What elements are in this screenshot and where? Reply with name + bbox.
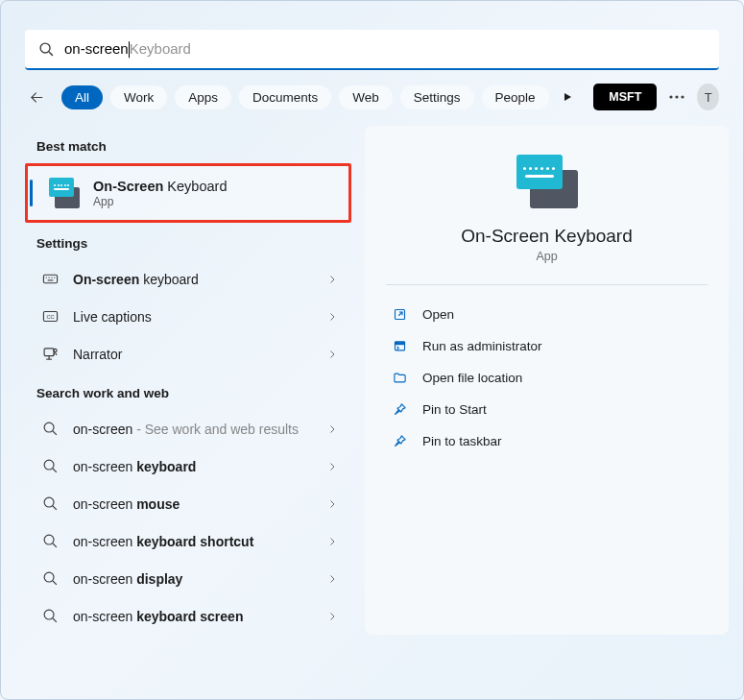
narrator-icon [40,346,60,362]
web-result-item[interactable]: on-screen display [25,560,351,597]
preview-subtitle: App [386,250,708,263]
result-label: On-screen keyboard [73,272,313,287]
svg-rect-7 [43,275,57,283]
on-screen-keyboard-icon [49,178,80,208]
settings-result-item[interactable]: Narrator [25,335,351,373]
filter-pill-work[interactable]: Work [110,85,167,109]
svg-point-27 [44,572,54,582]
folder-icon [392,371,407,385]
action-label: Open [422,307,454,322]
search-icon [40,533,60,549]
result-label: Narrator [73,347,313,362]
chevron-right-icon [326,573,338,585]
web-result-item[interactable]: on-screen mouse [25,485,351,522]
svg-line-1 [49,51,53,55]
result-label: on-screen - See work and web results [73,422,313,437]
chevron-right-icon [326,423,338,435]
svg-line-26 [52,543,56,547]
result-label: on-screen mouse [73,496,313,512]
filter-pill-web[interactable]: Web [339,85,393,109]
results-column: Best match On-Screen Keyboard App Settin… [25,126,351,635]
best-match-result[interactable]: On-Screen Keyboard App [25,163,351,223]
svg-point-4 [670,95,673,98]
account-button[interactable]: MSFT [593,84,657,110]
keyboard-icon [40,271,60,287]
settings-result-item[interactable]: CCLive captions [25,298,351,335]
more-filters-button[interactable] [557,84,579,110]
result-label: on-screen keyboard [73,459,313,474]
section-header-settings: Settings [25,223,351,260]
svg-line-24 [52,506,56,510]
triangle-right-icon [562,91,573,103]
chevron-right-icon [326,536,338,547]
filter-pill-settings[interactable]: Settings [400,85,474,109]
filter-pill-all[interactable]: All [61,85,103,109]
result-label: Live captions [73,309,313,325]
search-bar[interactable]: on-screenKeyboard [25,30,719,70]
search-icon [40,458,60,474]
filter-pill-apps[interactable]: Apps [175,85,231,109]
web-result-item[interactable]: on-screen - See work and web results [25,410,351,447]
section-header-best-match: Best match [25,126,351,163]
best-match-subtitle: App [93,195,227,208]
web-result-item[interactable]: on-screen keyboard [25,447,351,485]
svg-point-0 [40,43,50,53]
search-icon [40,495,60,512]
search-input[interactable] [64,40,247,57]
svg-line-28 [52,581,56,585]
search-icon [40,608,60,624]
filter-pill-people[interactable]: People [482,85,549,109]
preview-pane: On-Screen Keyboard App OpenRun as admini… [365,126,729,635]
back-button[interactable] [25,82,50,112]
cc-icon: CC [40,308,60,325]
preview-title: On-Screen Keyboard [386,226,708,247]
action-label: Open file location [422,371,522,385]
arrow-left-icon [29,89,45,106]
svg-point-18 [53,349,56,351]
filter-row: AllWorkAppsDocumentsWebSettingsPeople MS… [1,82,743,112]
svg-point-23 [44,497,54,507]
svg-text:CC: CC [46,314,54,320]
svg-line-30 [52,618,56,622]
svg-line-20 [52,431,56,435]
pin-icon [392,434,407,448]
svg-marker-3 [564,93,571,101]
admin-icon [392,339,407,353]
action-run-as-administrator[interactable]: Run as administrator [386,330,708,362]
action-open[interactable]: Open [386,299,708,330]
result-label: on-screen display [73,571,313,587]
web-result-item[interactable]: on-screen keyboard screen [25,597,351,635]
avatar[interactable]: T [697,84,719,110]
svg-rect-33 [395,342,404,345]
action-pin-to-start[interactable]: Pin to Start [386,394,708,425]
chevron-right-icon [326,311,338,323]
pin-icon [392,402,407,417]
svg-line-22 [52,469,56,472]
svg-point-21 [44,460,54,470]
preview-app-icon [516,155,578,208]
open-icon [392,307,407,322]
filter-pill-documents[interactable]: Documents [239,85,331,109]
search-icon [38,41,55,58]
svg-point-25 [44,535,54,544]
web-result-item[interactable]: on-screen keyboard shortcut [25,522,351,560]
settings-result-item[interactable]: On-screen keyboard [25,260,351,298]
search-icon [40,421,60,437]
chevron-right-icon [326,611,338,622]
result-label: on-screen keyboard screen [73,609,313,624]
action-pin-to-taskbar[interactable]: Pin to taskbar [386,425,708,457]
chevron-right-icon [326,461,338,472]
action-label: Pin to Start [422,402,487,417]
action-label: Run as administrator [422,339,542,353]
more-options-button[interactable] [664,82,689,112]
action-open-file-location[interactable]: Open file location [386,362,708,394]
chevron-right-icon [326,274,338,285]
svg-point-5 [676,95,679,98]
search-icon [40,570,60,587]
svg-rect-15 [44,349,54,356]
best-match-title: On-Screen Keyboard [93,179,227,194]
svg-point-6 [682,95,684,98]
action-label: Pin to taskbar [422,434,502,448]
chevron-right-icon [326,349,338,360]
ellipsis-icon [669,95,684,99]
